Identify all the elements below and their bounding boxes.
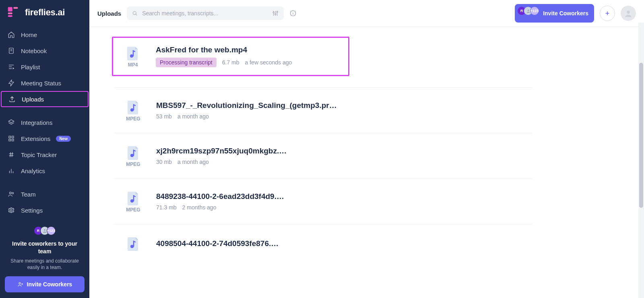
file-thumbnail <box>122 236 145 252</box>
file-info: MBS597_-_Revolutionizing_Scaling_(getmp3… <box>156 101 341 120</box>
svg-line-33 <box>136 14 137 15</box>
add-button[interactable] <box>600 6 615 21</box>
file-thumbnail: MPEG <box>122 99 145 122</box>
sidebar-item-meeting-status[interactable]: Meeting Status <box>0 75 89 91</box>
svg-rect-1 <box>13 7 18 8</box>
file-extension: MPEG <box>126 207 140 213</box>
svg-rect-2 <box>8 12 12 14</box>
invite-coworkers-button[interactable]: Invite Coworkers <box>5 276 85 292</box>
file-extension: MPEG <box>126 161 140 167</box>
svg-point-43 <box>527 9 529 11</box>
svg-point-28 <box>44 229 45 231</box>
sidebar-item-settings[interactable]: Settings <box>0 202 89 218</box>
sidebar-item-topic-tracker[interactable]: Topic Tracker <box>0 147 89 163</box>
hash-icon <box>7 151 15 159</box>
grid-icon <box>7 135 15 143</box>
file-thumbnail: MPEG <box>122 190 145 213</box>
file-extension: MPEG <box>126 116 140 122</box>
file-size: 6.7 mb <box>222 59 239 66</box>
audio-file-icon <box>125 145 141 161</box>
file-thumbnail: MP4 <box>121 45 144 68</box>
file-title: xj2h9rcm19szp97n55xjuq0mkgbz.… <box>156 147 287 155</box>
upload-icon <box>8 95 16 103</box>
bars-icon <box>7 167 15 175</box>
playlist-icon <box>7 63 15 71</box>
upload-item[interactable]: MPEG 8489238-44100-2-6ead23dd3f4d9.… 71.… <box>114 179 532 224</box>
file-time: a few seconds ago <box>245 59 292 66</box>
user-icon <box>624 9 633 18</box>
sidebar-item-extensions[interactable]: Extensions New <box>0 130 89 147</box>
file-extension: MP4 <box>128 62 138 68</box>
svg-line-21 <box>12 152 13 157</box>
sidebar-item-uploads[interactable]: Uploads <box>1 91 89 107</box>
layers-icon <box>7 118 15 126</box>
upload-item[interactable]: 4098504-44100-2-74d0593fe876.… <box>114 224 532 263</box>
info-icon[interactable] <box>289 10 297 17</box>
svg-point-32 <box>133 11 136 14</box>
invite-button-label: Invite Coworkers <box>27 281 72 288</box>
invite-label: Invite Coworkers <box>543 10 588 17</box>
page-title: Uploads <box>97 10 121 17</box>
sidebar-item-playlist[interactable]: Playlist <box>0 59 89 75</box>
nav-label: Settings <box>21 207 43 214</box>
svg-rect-17 <box>12 139 14 141</box>
logo-text: fireflies.ai <box>25 7 65 18</box>
upload-item[interactable]: MPEG xj2h9rcm19szp97n55xjuq0mkgbz.… 30 m… <box>114 133 532 179</box>
file-info: 4098504-44100-2-74d0593fe876.… <box>156 239 279 248</box>
search-icon <box>132 10 138 17</box>
sidebar-item-integrations[interactable]: Integrations <box>0 114 89 130</box>
home-icon <box>7 31 15 39</box>
search-input[interactable] <box>142 10 268 17</box>
main-area: Uploads R +123 Invite Coworkers <box>89 0 644 298</box>
svg-rect-3 <box>8 15 12 17</box>
profile-avatar-button[interactable] <box>621 6 636 21</box>
nav-label: Integrations <box>21 119 52 126</box>
svg-marker-10 <box>13 68 14 70</box>
sliders-icon[interactable] <box>272 10 279 17</box>
app-logo[interactable]: fireflies.ai <box>0 0 89 27</box>
avatar-stack: R +123 <box>5 226 85 235</box>
svg-rect-0 <box>8 7 12 11</box>
file-size: 71.3 mb <box>156 204 177 211</box>
scrollbar-thumb[interactable] <box>639 63 643 208</box>
file-thumbnail: MPEG <box>122 145 145 167</box>
svg-point-25 <box>10 192 12 194</box>
topbar: Uploads R +123 Invite Coworkers <box>89 0 644 27</box>
nav-label: Analytics <box>21 168 45 174</box>
upload-item[interactable]: MPEG MBS597_-_Revolutionizing_Scaling_(g… <box>114 88 532 133</box>
svg-rect-16 <box>9 139 11 141</box>
sidebar-item-team[interactable]: Team <box>0 186 89 202</box>
invite-coworkers-top-button[interactable]: R +123 Invite Coworkers <box>515 4 594 23</box>
file-info: xj2h9rcm19szp97n55xjuq0mkgbz.… 30 mb a m… <box>156 147 287 165</box>
logo-icon <box>7 6 21 19</box>
sidebar-item-analytics[interactable]: Analytics <box>0 163 89 179</box>
audio-file-icon <box>125 190 141 206</box>
svg-point-26 <box>12 192 14 194</box>
file-title: 8489238-44100-2-6ead23dd3f4d9.… <box>156 192 284 201</box>
svg-marker-13 <box>8 120 14 123</box>
avatar-count-badge: +123 <box>47 226 56 235</box>
sidebar-invite-panel: R +123 Invite coworkers to your team Sha… <box>0 222 89 298</box>
svg-point-35 <box>273 12 274 13</box>
notebook-icon <box>7 47 15 55</box>
file-info: 8489238-44100-2-6ead23dd3f4d9.… 71.3 mb … <box>156 192 284 211</box>
file-title: AskFred for the web.mp4 <box>156 46 292 54</box>
svg-marker-11 <box>9 80 14 86</box>
search-box[interactable] <box>127 6 284 20</box>
nav-label: Playlist <box>21 64 40 70</box>
audio-file-icon <box>125 99 141 115</box>
file-time: a month ago <box>178 113 209 120</box>
sidebar-item-home[interactable]: Home <box>0 27 89 43</box>
svg-point-39 <box>277 11 278 12</box>
sidebar-item-notebook[interactable]: Notebook <box>0 43 89 59</box>
gear-icon <box>7 206 15 214</box>
upload-list: MP4 AskFred for the web.mp4 Processing t… <box>114 37 532 263</box>
person-add-icon <box>17 281 24 288</box>
upload-item[interactable]: MP4 AskFred for the web.mp4 Processing t… <box>112 37 349 76</box>
invite-heading: Invite coworkers to your team <box>5 240 85 255</box>
scrollbar[interactable] <box>638 23 644 298</box>
svg-rect-15 <box>12 136 14 138</box>
svg-point-42 <box>293 12 293 12</box>
nav-label: Uploads <box>22 96 44 103</box>
svg-point-27 <box>10 209 12 211</box>
